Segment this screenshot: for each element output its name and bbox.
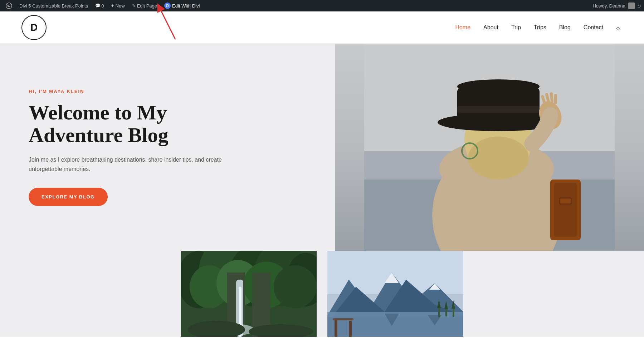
hero-section: HI, I'M MAYA KLEIN Welcome to My Adventu… xyxy=(0,44,644,251)
hero-content: HI, I'M MAYA KLEIN Welcome to My Adventu… xyxy=(29,89,236,206)
hero-image xyxy=(335,44,644,251)
svg-rect-26 xyxy=(560,198,571,203)
admin-bar: W Divi 5 Customizable Break Points 💬 0 +… xyxy=(0,0,644,11)
svg-point-15 xyxy=(457,79,540,94)
svg-rect-24 xyxy=(554,183,577,237)
waterfall-image xyxy=(181,251,317,337)
site-name-item[interactable]: Divi 5 Customizable Break Points xyxy=(16,0,91,11)
explore-button[interactable]: EXPLORE MY BLOG xyxy=(29,188,108,206)
hero-subtitle: HI, I'M MAYA KLEIN xyxy=(29,89,236,94)
nav-blog[interactable]: Blog xyxy=(559,24,571,31)
svg-line-21 xyxy=(551,94,552,102)
hero-figure-svg xyxy=(335,44,644,251)
nav-trips[interactable]: Trips xyxy=(534,24,546,31)
site-logo[interactable]: D xyxy=(21,15,47,40)
admin-search-icon[interactable]: ⌕ xyxy=(638,3,641,9)
edit-with-divi-item[interactable]: D Edit With Divi xyxy=(161,0,203,11)
new-item[interactable]: + New xyxy=(108,0,127,11)
bottom-images xyxy=(0,251,644,337)
svg-rect-16 xyxy=(457,106,540,113)
hero-title: Welcome to My Adventure Blog xyxy=(29,101,236,147)
site-header: D Home About Trip Trips Blog Contact ⌕ xyxy=(0,11,644,44)
admin-bar-right: Howdy, Deanna ⌕ xyxy=(592,3,641,9)
edit-page-item[interactable]: ✎ Edit Page xyxy=(129,0,160,11)
mountain-image[interactable] xyxy=(327,251,463,337)
site-nav: Home About Trip Trips Blog Contact ⌕ xyxy=(455,24,623,31)
comments-item[interactable]: 💬 0 xyxy=(92,0,107,11)
svg-rect-54 xyxy=(333,318,353,320)
nav-trip[interactable]: Trip xyxy=(511,24,521,31)
nav-about[interactable]: About xyxy=(483,24,498,31)
hero-left: HI, I'M MAYA KLEIN Welcome to My Adventu… xyxy=(0,44,335,251)
nav-home[interactable]: Home xyxy=(455,24,470,31)
svg-rect-53 xyxy=(349,321,352,337)
svg-rect-52 xyxy=(335,319,337,337)
svg-point-11 xyxy=(468,137,529,180)
pencil-icon: ✎ xyxy=(132,3,136,8)
svg-line-20 xyxy=(547,94,548,102)
svg-text:W: W xyxy=(8,4,11,8)
wp-logo-item[interactable]: W xyxy=(3,0,15,11)
hero-right xyxy=(335,44,644,251)
nav-search-icon[interactable]: ⌕ xyxy=(616,24,623,31)
svg-point-36 xyxy=(274,265,317,308)
divi-circle-icon: D xyxy=(164,3,171,9)
hero-description: Join me as I explore breathtaking destin… xyxy=(29,155,236,173)
user-avatar xyxy=(628,3,635,9)
comment-icon: 💬 xyxy=(95,3,101,8)
plus-icon: + xyxy=(111,3,114,9)
nav-contact[interactable]: Contact xyxy=(584,24,603,31)
